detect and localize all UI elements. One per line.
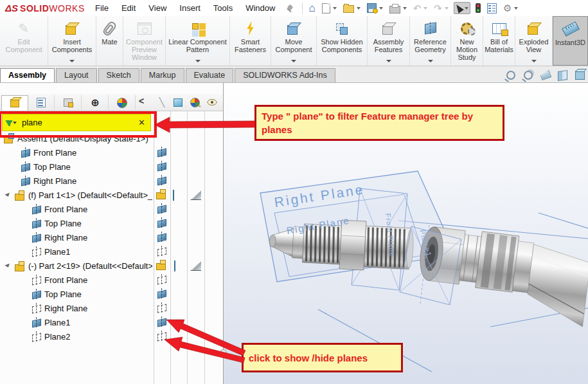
tree-item-part1[interactable]: (f) Part 1<1> (Default<<Default>_Di — [0, 188, 152, 202]
bill-of-materials-button[interactable]: Bill of Materials — [483, 16, 515, 66]
collapse-expander-icon[interactable] — [4, 192, 10, 197]
tree-item-top-plane-part1[interactable]: Top Plane — [0, 216, 152, 230]
visibility-plane-icon[interactable] — [157, 289, 166, 297]
appearance-column-icon[interactable] — [188, 96, 202, 108]
mate-button[interactable]: Mate — [96, 16, 123, 66]
show-hidden-components-button[interactable]: Show Hidden Components — [317, 16, 368, 66]
tab-evaluate[interactable]: Evaluate — [186, 68, 234, 82]
open-button[interactable] — [342, 2, 362, 14]
menu-view[interactable]: View — [142, 1, 173, 15]
tree-item-plane1-part2[interactable]: Plane1 — [0, 315, 152, 329]
display-state-column-icon[interactable] — [171, 96, 185, 108]
tab-sketch[interactable]: Sketch — [98, 68, 139, 82]
options-button[interactable]: ⚙ — [502, 1, 519, 15]
tab-dimxpertmanager[interactable]: ⊕ — [82, 95, 109, 110]
menu-window[interactable]: Window — [239, 1, 281, 15]
instant3d-button[interactable]: Instant3D — [553, 16, 588, 66]
open-icon — [343, 5, 354, 13]
zoom-to-fit-icon[interactable] — [502, 68, 519, 83]
tree-item-front-plane-asm[interactable]: Front Plane — [0, 145, 152, 160]
edit-component-button[interactable]: ✎ Edit Component — [0, 16, 48, 66]
tree-item-right-plane-part1[interactable]: Right Plane — [0, 230, 152, 244]
new-document-button[interactable] — [321, 2, 338, 15]
display-state-icon[interactable] — [174, 261, 175, 271]
linear-component-pattern-button[interactable]: Linear Component Pattern — [166, 16, 230, 66]
visibility-plane-icon[interactable] — [157, 247, 166, 255]
assembly-features-icon — [382, 22, 395, 35]
menu-tools[interactable]: Tools — [207, 1, 239, 15]
collapse-expander-icon[interactable] — [4, 263, 10, 268]
collapse-panel-icon[interactable]: < — [139, 96, 144, 106]
appearance-icon[interactable] — [190, 261, 201, 271]
insert-components-button[interactable]: Insert Components — [48, 16, 96, 66]
menu-file[interactable]: File — [89, 1, 115, 15]
menu-edit[interactable]: Edit — [115, 1, 142, 15]
tab-markup[interactable]: Markup — [141, 68, 184, 82]
exploded-view-button[interactable]: Exploded View — [515, 16, 553, 66]
pin-menu-icon[interactable] — [287, 5, 294, 12]
print-button[interactable] — [388, 2, 408, 15]
visibility-plane-icon[interactable] — [157, 318, 166, 325]
transparency-eye-column-icon[interactable] — [205, 96, 219, 108]
assembly-features-button[interactable]: Assembly Features — [368, 16, 410, 66]
view-orientation-icon[interactable] — [571, 68, 588, 83]
new-motion-study-button[interactable]: New Motion Study — [451, 16, 483, 66]
chevron-down-icon — [514, 7, 518, 10]
divider — [302, 3, 303, 14]
tree-item-top-plane-asm[interactable]: Top Plane — [0, 160, 152, 174]
component-icon[interactable] — [156, 261, 166, 269]
display-state-icon[interactable] — [173, 190, 174, 201]
appearance-icon[interactable] — [190, 190, 201, 200]
chevron-down-icon — [428, 60, 433, 62]
tab-assembly[interactable]: Assembly — [0, 68, 55, 82]
visibility-plane-icon[interactable] — [157, 275, 166, 283]
visibility-plane-icon[interactable] — [157, 162, 166, 170]
visibility-plane-icon[interactable] — [157, 332, 166, 340]
zoom-to-area-icon[interactable] — [519, 68, 537, 83]
save-button[interactable] — [366, 2, 384, 14]
move-component-button[interactable]: Move Component — [271, 16, 317, 66]
plane-visible-icon — [32, 205, 40, 213]
interference-check-button[interactable] — [474, 2, 482, 14]
tab-layout[interactable]: Layout — [56, 68, 97, 82]
visibility-plane-icon[interactable] — [157, 176, 166, 184]
plane-visible-icon — [21, 149, 30, 156]
visibility-plane-icon[interactable] — [157, 205, 166, 212]
tab-displaymanager[interactable] — [109, 95, 136, 110]
undo-button[interactable]: ↶ — [412, 1, 429, 15]
tree-item-part2[interactable]: (-) Part 2<19> (Default<<Default>_F — [0, 259, 152, 273]
tree-item-plane2-part2[interactable]: Plane2 — [0, 329, 152, 343]
tree-item-front-plane-part2[interactable]: Front Plane — [0, 273, 152, 287]
tree-item-plane1-part1[interactable]: Plane1 — [0, 244, 152, 259]
select-tool-button[interactable] — [454, 2, 470, 14]
panel-splitter-handle[interactable] — [220, 349, 227, 356]
tree-item-right-plane-asm[interactable]: Right Plane — [0, 174, 152, 188]
display-settings-button[interactable] — [486, 2, 498, 15]
hide-show-column-icon[interactable]: ╲ — [155, 96, 169, 108]
plane-hidden-icon — [32, 304, 40, 312]
tree-item-right-plane-part2[interactable]: Right Plane — [0, 301, 152, 315]
edit-appearance-icon[interactable] — [537, 68, 554, 83]
reference-geometry-button[interactable]: Reference Geometry — [410, 16, 451, 66]
chevron-down-icon — [379, 7, 383, 10]
tab-configurationmanager[interactable] — [55, 95, 82, 110]
component-icon[interactable] — [156, 190, 166, 198]
tab-propertymanager[interactable] — [28, 95, 55, 110]
visibility-plane-icon[interactable] — [157, 304, 166, 311]
tab-solidworks-add-ins[interactable]: SOLIDWORKS Add-Ins — [235, 68, 335, 82]
button-label: Insert Components — [48, 38, 96, 53]
tab-featuremanager-tree[interactable] — [1, 95, 28, 111]
smart-fasteners-button[interactable]: Smart Fasteners — [230, 16, 271, 66]
visibility-plane-icon[interactable] — [157, 233, 166, 241]
redo-button[interactable]: ↷ — [432, 1, 450, 15]
tree-item-front-plane-part1[interactable]: Front Plane — [0, 202, 152, 216]
visibility-plane-icon[interactable] — [157, 148, 166, 156]
section-view-icon[interactable] — [554, 68, 571, 83]
plane-visible-icon — [21, 163, 30, 170]
component-preview-window-button[interactable]: Component Preview Window — [123, 16, 166, 66]
button-label: Mate — [102, 38, 117, 46]
menu-insert[interactable]: Insert — [173, 1, 207, 15]
visibility-plane-icon[interactable] — [157, 219, 166, 226]
home-button[interactable]: ⌂ — [307, 2, 316, 14]
tree-item-top-plane-part2[interactable]: Top Plane — [0, 287, 152, 301]
